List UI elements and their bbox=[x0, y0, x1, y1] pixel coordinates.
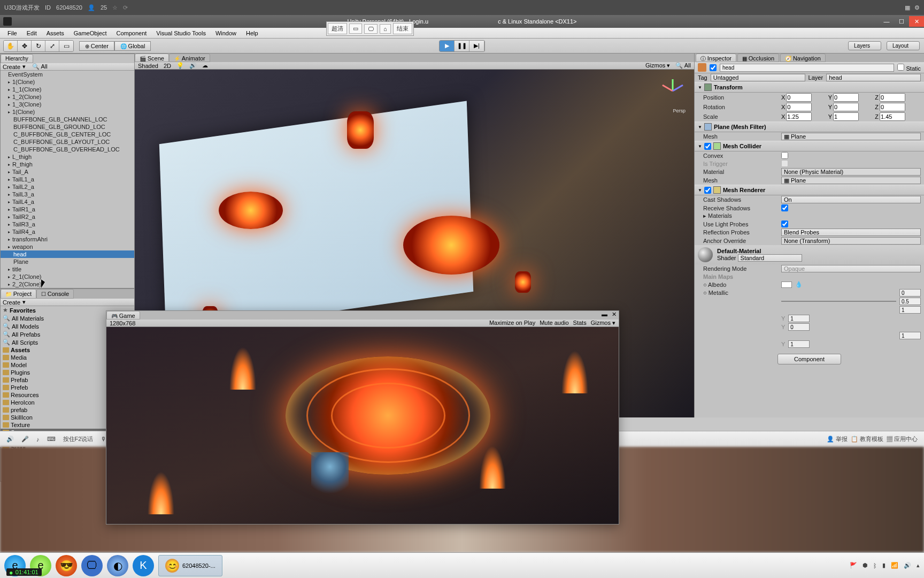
project-tab[interactable]: 📁 Project bbox=[1, 289, 36, 299]
hierarchy-item[interactable]: 1_2(Clone) bbox=[1, 93, 134, 101]
game-collapse-icon[interactable]: ▬ bbox=[599, 311, 610, 320]
pos-z[interactable] bbox=[880, 93, 905, 102]
capture-home-icon[interactable]: ⌂ bbox=[380, 24, 391, 34]
menu-assets[interactable]: Assets bbox=[42, 29, 68, 37]
meshrenderer-component[interactable]: Mesh Renderer bbox=[695, 185, 924, 195]
stats-toggle[interactable]: Stats bbox=[573, 320, 587, 326]
hierarchy-item[interactable]: head bbox=[1, 250, 134, 258]
project-create[interactable]: Create bbox=[3, 299, 20, 306]
menu-help[interactable]: Help bbox=[242, 29, 263, 37]
quality-button[interactable]: 超清 bbox=[328, 23, 347, 34]
mute-audio[interactable]: Mute audio bbox=[540, 320, 568, 326]
scene-search-all[interactable]: 🔍 All bbox=[675, 62, 691, 69]
light-toggle[interactable]: 💡 bbox=[176, 62, 184, 69]
star-icon[interactable]: ☆ bbox=[112, 4, 118, 11]
grid-icon[interactable]: ▦ bbox=[905, 4, 910, 11]
recv-shadows[interactable] bbox=[781, 204, 788, 211]
hierarchy-item[interactable]: 1_1(Clone) bbox=[1, 86, 134, 93]
occlusion-tab[interactable]: ▦ Occlusion bbox=[737, 54, 779, 62]
scl-y[interactable] bbox=[833, 112, 859, 121]
hierarchy-item[interactable]: title bbox=[1, 265, 134, 273]
scale-tool[interactable]: ⤢ bbox=[45, 41, 59, 51]
gear-icon[interactable]: ⚙ bbox=[914, 4, 920, 11]
hierarchy-item[interactable]: TailL2_a bbox=[1, 183, 134, 191]
tray-volume-icon[interactable]: 🔊 bbox=[904, 562, 911, 569]
hierarchy-item[interactable]: TailL3_a bbox=[1, 191, 134, 198]
step-button[interactable]: ▶| bbox=[469, 41, 484, 51]
collider-mesh[interactable]: ▦ Plane bbox=[781, 177, 921, 184]
tray-network-icon[interactable]: 📶 bbox=[891, 562, 898, 569]
game-close-icon[interactable]: ✕ bbox=[610, 311, 619, 320]
play-button[interactable]: ▶ bbox=[440, 41, 455, 51]
layer-dropdown[interactable]: head bbox=[826, 74, 921, 81]
refresh-icon[interactable]: ⟳ bbox=[123, 4, 128, 11]
hierarchy-item[interactable]: BUFFBONE_GLB_CHANNEL_LOC bbox=[1, 116, 134, 123]
meshfilter-mesh[interactable]: ▦ Plane bbox=[781, 133, 921, 140]
game-gizmos[interactable]: Gizmos ▾ bbox=[591, 320, 615, 326]
menu-vstools[interactable]: Visual Studio Tools bbox=[152, 29, 210, 37]
static-checkbox[interactable]: Static bbox=[897, 64, 921, 72]
hierarchy-item[interactable]: L_thigh bbox=[1, 153, 134, 161]
cast-shadows[interactable]: On bbox=[781, 196, 921, 203]
minimize-button[interactable]: — bbox=[879, 16, 894, 27]
edu-link[interactable]: 📋 教育模板 bbox=[851, 435, 883, 443]
capture-screen-icon[interactable]: 🖵 bbox=[364, 24, 378, 34]
hierarchy-item[interactable]: TailL4_a bbox=[1, 198, 134, 206]
anchor-override[interactable]: None (Transform) bbox=[781, 237, 921, 245]
hierarchy-item[interactable]: TailR2_a bbox=[1, 213, 134, 220]
inspector-tab[interactable]: ⓘ Inspector bbox=[696, 54, 736, 62]
scl-x[interactable] bbox=[786, 112, 812, 121]
k-icon[interactable]: K bbox=[133, 555, 154, 576]
menu-component[interactable]: Component bbox=[112, 29, 151, 37]
rect-tool[interactable]: ▭ bbox=[59, 41, 73, 51]
mic-icon[interactable]: 🎤 bbox=[21, 436, 29, 443]
player-icon[interactable]: ◐ bbox=[107, 555, 128, 576]
add-component-button[interactable]: Component bbox=[777, 354, 841, 364]
layers-dropdown[interactable]: Layers bbox=[848, 41, 881, 50]
hierarchy-item[interactable]: 1_3(Clone) bbox=[1, 101, 134, 108]
hierarchy-item[interactable]: EventSystem bbox=[1, 71, 134, 78]
menu-edit[interactable]: Edit bbox=[22, 29, 41, 37]
hierarchy-item[interactable]: 1(Clone) bbox=[1, 108, 134, 116]
hierarchy-item[interactable]: R_thigh bbox=[1, 161, 134, 168]
audio-toggle[interactable]: 🔊 bbox=[189, 62, 197, 69]
shaded-dropdown[interactable]: Shaded bbox=[138, 63, 158, 69]
mode-2d-toggle[interactable]: 2D bbox=[164, 63, 171, 69]
refl-probes[interactable]: Blend Probes bbox=[781, 229, 921, 236]
pos-x[interactable] bbox=[786, 93, 812, 102]
hierarchy-item[interactable]: C_BUFFBONE_GLB_CENTER_LOC bbox=[1, 131, 134, 138]
hierarchy-item[interactable]: 2_2(Clone) bbox=[1, 280, 134, 288]
explorer-icon[interactable]: 🖵 bbox=[81, 555, 103, 576]
hierarchy-item[interactable]: transformAhri bbox=[1, 235, 134, 243]
keyboard-icon[interactable]: ⌨ bbox=[47, 436, 56, 443]
pos-y[interactable] bbox=[833, 93, 859, 102]
hierarchy-item[interactable]: TailR3_a bbox=[1, 220, 134, 228]
menu-file[interactable]: File bbox=[3, 29, 21, 37]
hierarchy-item[interactable]: Tail_A bbox=[1, 168, 134, 176]
rot-x[interactable] bbox=[786, 103, 812, 111]
convex-checkbox[interactable] bbox=[781, 152, 788, 159]
name-field[interactable] bbox=[720, 64, 894, 72]
yy-icon[interactable]: 😎 bbox=[56, 555, 77, 576]
pivot-global-button[interactable]: 🌐 Global bbox=[114, 41, 151, 51]
maximize-button[interactable]: ☐ bbox=[894, 16, 909, 27]
pause-button[interactable]: ❚❚ bbox=[455, 41, 469, 51]
report-link[interactable]: 👤 举报 bbox=[827, 435, 848, 443]
speaker-icon[interactable]: 🔊 bbox=[6, 436, 14, 443]
hierarchy-item[interactable]: 1(Clone) bbox=[1, 78, 134, 86]
scene-gizmo[interactable] bbox=[657, 75, 689, 107]
hierarchy-tab[interactable]: Hierarchy bbox=[1, 54, 33, 63]
tray-chevron-icon[interactable]: ▴ bbox=[917, 562, 920, 569]
hierarchy-item[interactable]: TailR4_a bbox=[1, 228, 134, 235]
tray-battery-icon[interactable]: ▮ bbox=[882, 562, 886, 569]
rot-y[interactable] bbox=[833, 103, 859, 111]
scl-z[interactable] bbox=[880, 112, 905, 121]
meshfilter-component[interactable]: Plane (Mesh Filter) bbox=[695, 121, 924, 132]
hierarchy-create[interactable]: Create bbox=[3, 64, 20, 70]
material-header[interactable]: Default-Material Shader Standard bbox=[695, 245, 924, 264]
hierarchy-item[interactable]: C_BUFFBONE_GLB_OVERHEAD_LOC bbox=[1, 146, 134, 153]
hierarchy-item[interactable]: C_BUFFBONE_GLB_LAYOUT_LOC bbox=[1, 138, 134, 146]
animator-tab[interactable]: ⚡ Animator bbox=[169, 54, 210, 62]
tray-flag-icon[interactable]: 🚩 bbox=[850, 562, 857, 569]
menu-gameobject[interactable]: GameObject bbox=[70, 29, 111, 37]
